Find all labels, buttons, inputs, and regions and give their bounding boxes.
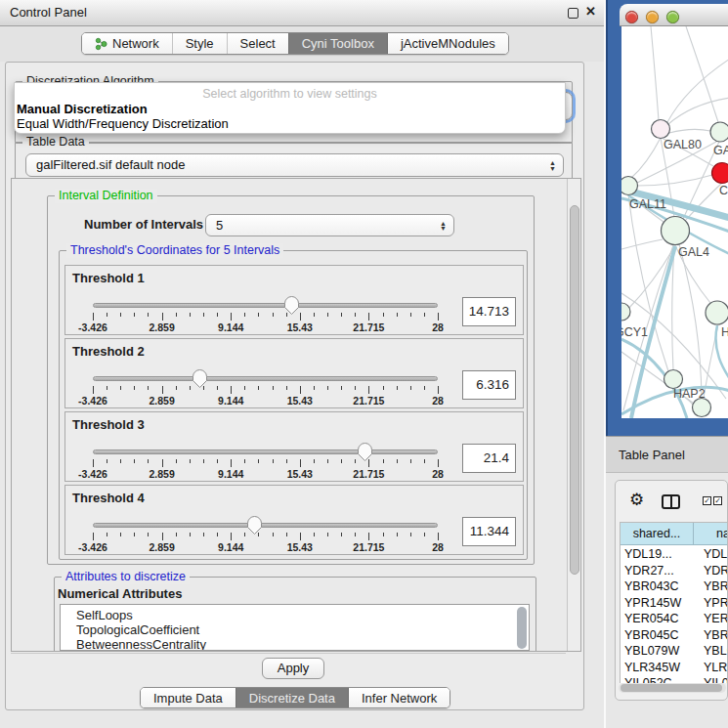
- list-scrollbar[interactable]: [517, 607, 527, 649]
- attribute-list-item[interactable]: TopologicalCoefficient: [61, 622, 529, 637]
- slider-ticks: [93, 386, 438, 395]
- column-header-name[interactable]: na: [694, 523, 728, 545]
- attribute-list-item[interactable]: BetweennessCentrality: [61, 637, 529, 651]
- network-icon: [95, 37, 107, 51]
- threshold-2-slider[interactable]: -3.4262.8599.14415.4321.71528: [65, 339, 523, 407]
- slider-track[interactable]: [93, 450, 438, 454]
- number-of-intervals-label: Number of Intervals: [84, 217, 203, 232]
- column-header-shared-name[interactable]: shared...: [621, 523, 694, 545]
- node-label: GCY1: [621, 325, 648, 339]
- threshold-4-slider[interactable]: -3.4262.8599.14415.4321.71528: [65, 486, 523, 554]
- threshold-4-value-field[interactable]: 11.344: [462, 517, 516, 546]
- popup-placeholder-option: Select algorithm to view settings: [15, 87, 565, 101]
- zoom-traffic-light-icon[interactable]: [666, 11, 679, 23]
- node-label: GAL80: [664, 138, 702, 151]
- bottom-tabs: Impute Data Discretize Data Infer Networ…: [140, 687, 450, 708]
- table-row[interactable]: YLR345WYLR3: [621, 660, 728, 676]
- close-icon[interactable]: ✕: [585, 4, 596, 19]
- slider-tick-labels: -3.4262.8599.14415.4321.71528: [93, 395, 438, 407]
- node-label: GAL11: [629, 197, 666, 211]
- network-node[interactable]: [621, 177, 638, 195]
- table-row[interactable]: YBR045CYBR0: [621, 627, 728, 644]
- slider-thumb[interactable]: [192, 368, 208, 389]
- popup-option-manual-discretization[interactable]: Manual Discretization: [17, 102, 148, 116]
- network-node[interactable]: [710, 122, 728, 142]
- horizontal-scrollbar[interactable]: [619, 683, 726, 693]
- threshold-1-slider[interactable]: -3.4262.8599.14415.4321.71528: [65, 266, 523, 334]
- apply-button[interactable]: Apply: [262, 658, 324, 679]
- node-label: H: [721, 325, 728, 339]
- number-of-intervals-value: 5: [216, 215, 223, 236]
- slider-ticks: [93, 459, 438, 468]
- table-row[interactable]: YDL19...YDL1: [621, 546, 728, 563]
- tab-discretize-data[interactable]: Discretize Data: [236, 688, 348, 707]
- network-window-titlebar[interactable]: [620, 4, 728, 26]
- table-row[interactable]: YBL079WYBL0: [621, 643, 728, 660]
- tab-impute-data[interactable]: Impute Data: [141, 688, 236, 707]
- table-panel-container: ⚙ ✓ ✓ shared... na YDL19...YDL1YDR27...Y…: [615, 480, 728, 701]
- control-panel-titlebar: Control Panel ✕: [0, 0, 604, 26]
- thresholds-group: Threshold's Coordinates for 5 Intervals …: [59, 250, 528, 560]
- slider-track[interactable]: [93, 523, 438, 528]
- checkbox-icon: ✓: [713, 496, 722, 505]
- threshold-3-panel: Threshold 3 -3.4262.8599.14415.4321.7152…: [64, 411, 524, 482]
- network-node[interactable]: [664, 370, 683, 389]
- tab-infer-network-label: Infer Network: [362, 691, 437, 706]
- tab-network[interactable]: Network: [82, 33, 172, 54]
- table-data-combobox-value: galFiltered.sif default node: [36, 154, 185, 176]
- threshold-1-value-field[interactable]: 14.713: [462, 297, 516, 326]
- slider-thumb[interactable]: [283, 295, 300, 316]
- float-window-icon[interactable]: [568, 8, 578, 19]
- threshold-3-slider[interactable]: -3.4262.8599.14415.4321.71528: [65, 412, 523, 481]
- tab-style[interactable]: Style: [172, 33, 227, 54]
- table-panel-area: ⚙ ✓ ✓ shared... na YDL19...YDL1YDR27...Y…: [606, 473, 728, 728]
- table-row[interactable]: YER054CYER0: [621, 611, 728, 627]
- popup-option-equal-width-frequency[interactable]: Equal Width/Frequency Discretization: [17, 116, 229, 131]
- thresholds-group-label: Threshold's Coordinates for 5 Intervals: [66, 243, 283, 258]
- node-label: GAL4: [678, 245, 709, 259]
- number-of-intervals-combobox[interactable]: 5 ▲▼: [205, 214, 454, 236]
- table-row[interactable]: YPR145WYPR1: [621, 595, 728, 612]
- network-graph: GAL80GACGAL11GAL4GCY1HHAP2: [621, 26, 728, 418]
- close-traffic-light-icon[interactable]: [625, 11, 638, 23]
- slider-tick-labels: -3.4262.8599.14415.4321.71528: [93, 321, 438, 333]
- network-node[interactable]: [712, 163, 728, 184]
- minimize-traffic-light-icon[interactable]: [646, 11, 659, 23]
- network-node[interactable]: [621, 303, 630, 321]
- network-canvas[interactable]: GAL80GACGAL11GAL4GCY1HHAP2: [621, 26, 728, 418]
- attribute-list-item[interactable]: SelfLoops: [61, 608, 529, 622]
- select-columns-icon[interactable]: ✓ ✓: [703, 496, 722, 505]
- network-node[interactable]: [693, 399, 711, 417]
- network-node[interactable]: [706, 301, 728, 324]
- table-data-combobox[interactable]: galFiltered.sif default node ▲▼: [25, 153, 564, 177]
- tab-jactivemnodules-label: jActiveMNodules: [401, 36, 495, 51]
- tab-infer-network[interactable]: Infer Network: [348, 688, 450, 707]
- table-row[interactable]: YBR043CYBR0: [621, 578, 728, 595]
- tab-cyni-toolbox[interactable]: Cyni Toolbox: [288, 33, 387, 54]
- vertical-scrollbar[interactable]: [567, 179, 581, 651]
- table-row[interactable]: YDR27...YDR2: [621, 563, 728, 579]
- tab-impute-data-label: Impute Data: [153, 691, 223, 706]
- tab-network-label: Network: [112, 36, 159, 51]
- slider-track[interactable]: [93, 376, 438, 381]
- slider-ticks: [93, 313, 438, 321]
- node-attribute-table: shared... na YDL19...YDL1YDR27...YDR2YBR…: [620, 522, 728, 683]
- slider-thumb[interactable]: [246, 515, 263, 535]
- tab-select[interactable]: Select: [227, 33, 288, 54]
- threshold-2-value-field[interactable]: 6.316: [462, 370, 516, 400]
- network-node[interactable]: [662, 217, 690, 245]
- slider-track[interactable]: [93, 303, 438, 308]
- gear-icon[interactable]: ⚙: [629, 492, 644, 509]
- screen: Control Panel ✕ Network Style Select Cyn…: [0, 0, 728, 728]
- separator: [11, 653, 566, 654]
- numerical-attributes-list[interactable]: SelfLoopsTopologicalCoefficientBetweenne…: [60, 604, 530, 651]
- table-row[interactable]: YIL052CYIL0: [621, 675, 728, 683]
- threshold-3-value-field[interactable]: 21.4: [462, 444, 516, 473]
- slider-thumb[interactable]: [357, 442, 373, 462]
- columns-icon[interactable]: [662, 494, 680, 509]
- tab-jactivemnodules[interactable]: jActiveMNodules: [387, 33, 508, 54]
- network-node[interactable]: [652, 120, 670, 139]
- horizontal-scrollbar-thumb[interactable]: [621, 684, 722, 692]
- node-label: GA: [713, 144, 728, 157]
- vertical-scrollbar-thumb[interactable]: [570, 205, 579, 575]
